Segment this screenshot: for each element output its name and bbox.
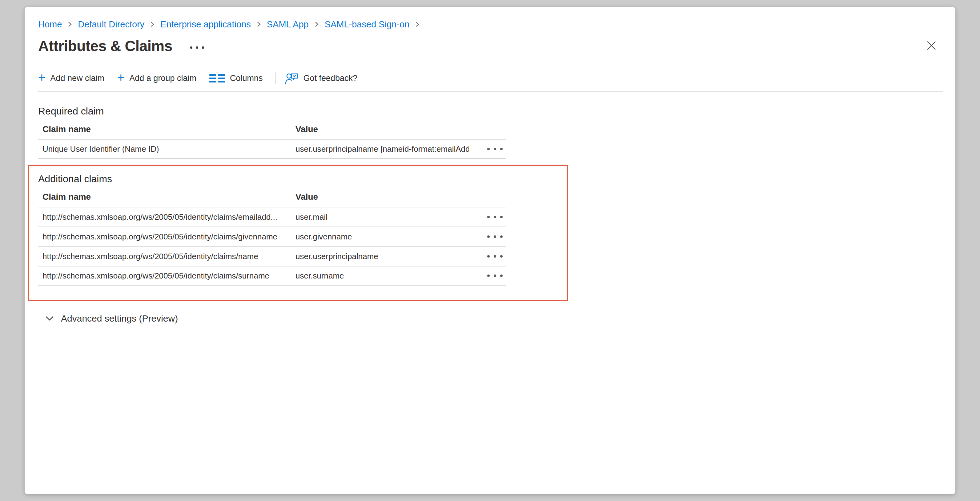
chevron-right-icon bbox=[149, 21, 156, 28]
row-menu-button[interactable] bbox=[486, 253, 504, 260]
command-bar: + Add new claim + Add a group claim Colu… bbox=[38, 70, 943, 86]
additional-claims-table: Claim name Value http://schemas.xmlsoap.… bbox=[38, 184, 506, 286]
ellipsis-icon bbox=[487, 216, 490, 218]
table-row[interactable]: http://schemas.xmlsoap.org/ws/2005/05/id… bbox=[38, 207, 506, 226]
columns-button[interactable]: Columns bbox=[209, 73, 263, 83]
claim-value-cell: user.userprincipalname [nameid-format:em… bbox=[296, 144, 469, 154]
add-new-claim-label: Add new claim bbox=[50, 73, 104, 83]
ellipsis-icon bbox=[487, 255, 490, 258]
chevron-right-icon bbox=[67, 21, 73, 28]
claim-name-cell: http://schemas.xmlsoap.org/ws/2005/05/id… bbox=[43, 232, 296, 242]
breadcrumb-saml-app[interactable]: SAML App bbox=[267, 19, 309, 30]
table-row[interactable]: Unique User Identifier (Name ID) user.us… bbox=[38, 139, 506, 159]
chevron-down-icon bbox=[45, 315, 54, 322]
breadcrumb-enterprise-applications[interactable]: Enterprise applications bbox=[161, 19, 251, 30]
chevron-right-icon bbox=[313, 21, 320, 28]
breadcrumb-default-directory[interactable]: Default Directory bbox=[78, 19, 144, 30]
ellipsis-icon bbox=[190, 46, 192, 49]
chevron-right-icon bbox=[414, 21, 420, 28]
chevron-right-icon bbox=[256, 21, 262, 28]
row-menu-button[interactable] bbox=[486, 213, 504, 221]
additional-claims-title: Additional claims bbox=[38, 173, 566, 184]
close-icon bbox=[926, 40, 937, 51]
value-column-header: Value bbox=[296, 192, 469, 202]
claim-value-cell: user.surname bbox=[296, 271, 469, 281]
table-row[interactable]: http://schemas.xmlsoap.org/ws/2005/05/id… bbox=[38, 246, 506, 266]
required-claim-title: Required claim bbox=[38, 105, 943, 117]
claim-name-column-header: Claim name bbox=[43, 124, 296, 134]
claim-name-cell: Unique User Identifier (Name ID) bbox=[43, 144, 296, 154]
ellipsis-icon bbox=[487, 148, 490, 150]
claim-value-cell: user.mail bbox=[296, 212, 469, 222]
row-menu-button[interactable] bbox=[486, 145, 504, 153]
got-feedback-label: Got feedback? bbox=[303, 73, 357, 83]
more-options-button[interactable] bbox=[190, 46, 204, 49]
add-group-claim-button[interactable]: + Add a group claim bbox=[117, 73, 196, 83]
breadcrumb-home[interactable]: Home bbox=[38, 19, 62, 30]
claim-name-cell: http://schemas.xmlsoap.org/ws/2005/05/id… bbox=[43, 271, 296, 281]
toolbar-rule bbox=[38, 91, 943, 92]
table-row[interactable]: http://schemas.xmlsoap.org/ws/2005/05/id… bbox=[38, 266, 506, 286]
additional-claims-highlight-box: Additional claims Claim name Value http:… bbox=[28, 165, 568, 301]
row-menu-button[interactable] bbox=[486, 233, 504, 240]
close-button[interactable] bbox=[923, 38, 939, 54]
claim-name-cell: http://schemas.xmlsoap.org/ws/2005/05/id… bbox=[43, 252, 296, 261]
breadcrumb: Home Default Directory Enterprise applic… bbox=[38, 7, 943, 30]
table-header-row: Claim name Value bbox=[38, 184, 506, 207]
got-feedback-button[interactable]: Got feedback? bbox=[285, 72, 357, 84]
toolbar-divider bbox=[275, 72, 276, 84]
ellipsis-icon bbox=[487, 275, 490, 277]
advanced-settings-label: Advanced settings (Preview) bbox=[61, 313, 178, 324]
plus-icon: + bbox=[38, 73, 45, 82]
row-menu-button[interactable] bbox=[486, 272, 504, 280]
columns-icon bbox=[209, 74, 225, 83]
ellipsis-icon bbox=[487, 235, 490, 238]
columns-label: Columns bbox=[230, 73, 263, 83]
table-row[interactable]: http://schemas.xmlsoap.org/ws/2005/05/id… bbox=[38, 226, 506, 246]
blade-header: Attributes & Claims bbox=[38, 38, 943, 54]
attributes-claims-blade: Home Default Directory Enterprise applic… bbox=[25, 7, 955, 494]
claim-value-cell: user.givenname bbox=[296, 232, 469, 242]
required-claim-table: Claim name Value Unique User Identifier … bbox=[38, 117, 506, 159]
feedback-person-icon bbox=[285, 72, 298, 84]
claim-name-column-header: Claim name bbox=[43, 192, 296, 202]
table-header-row: Claim name Value bbox=[38, 117, 506, 139]
claim-name-cell: http://schemas.xmlsoap.org/ws/2005/05/id… bbox=[43, 212, 296, 222]
required-claim-section: Required claim Claim name Value Unique U… bbox=[38, 105, 943, 159]
add-new-claim-button[interactable]: + Add new claim bbox=[38, 73, 104, 83]
claim-value-cell: user.userprincipalname bbox=[296, 252, 469, 261]
page-title: Attributes & Claims bbox=[38, 38, 172, 54]
advanced-settings-toggle[interactable]: Advanced settings (Preview) bbox=[45, 313, 178, 324]
plus-icon: + bbox=[117, 73, 124, 82]
add-group-claim-label: Add a group claim bbox=[129, 73, 196, 83]
breadcrumb-saml-based-sign-on[interactable]: SAML-based Sign-on bbox=[325, 19, 410, 30]
value-column-header: Value bbox=[296, 124, 469, 134]
